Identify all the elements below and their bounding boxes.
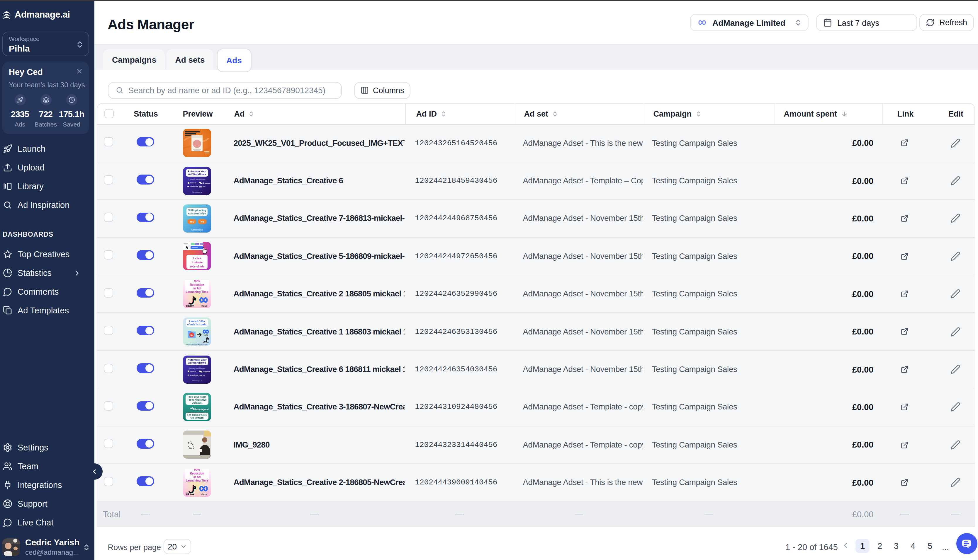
pagination-page-1[interactable]: 1 xyxy=(856,539,869,553)
row-checkbox[interactable] xyxy=(104,137,114,147)
ad-name[interactable]: AdManage_Statics_Creative 6 186811 micka… xyxy=(224,365,405,374)
row-checkbox[interactable] xyxy=(104,363,114,373)
column-header-ad[interactable]: Ad xyxy=(225,104,405,124)
ad-preview-thumbnail[interactable] xyxy=(183,129,211,157)
edit-pencil-icon[interactable] xyxy=(950,364,960,374)
external-link-icon[interactable] xyxy=(901,365,908,373)
ad-name[interactable]: AdManage_Statics_Creative 1 186803 micka… xyxy=(224,327,405,336)
status-toggle[interactable] xyxy=(137,250,154,260)
search-input[interactable]: Search by ad name or ad ID (e.g., 123456… xyxy=(108,82,342,99)
sidebar-item-ad-inspiration[interactable]: Ad Inspiration xyxy=(0,196,94,214)
chat-fab-button[interactable] xyxy=(956,533,977,554)
rows-per-page-select[interactable]: 20 xyxy=(164,539,191,554)
sidebar-item-launch[interactable]: Launch xyxy=(0,139,94,158)
account-selector[interactable]: AdManage Limited xyxy=(690,14,809,31)
sidebar-item-top-creatives[interactable]: Top Creatives xyxy=(0,245,94,263)
pagination-page-3[interactable]: 3 xyxy=(889,539,903,553)
sidebar-item-live-chat[interactable]: Live Chat xyxy=(0,513,94,532)
column-header-ad-set[interactable]: Ad set xyxy=(515,104,644,124)
external-link-icon[interactable] xyxy=(901,328,908,336)
edit-pencil-icon[interactable] xyxy=(950,213,960,223)
edit-pencil-icon[interactable] xyxy=(950,138,960,148)
external-link-icon[interactable] xyxy=(901,177,908,185)
status-toggle[interactable] xyxy=(137,401,154,411)
column-header-campaign[interactable]: Campaign xyxy=(644,104,775,124)
ad-preview-thumbnail[interactable]: 90% Reduction in Ad Launching Time TikTo… xyxy=(183,468,211,497)
column-header-preview[interactable]: Preview xyxy=(171,104,225,124)
row-checkbox[interactable] xyxy=(104,175,114,184)
ad-preview-thumbnail[interactable]: Automate Your Ad Workflows Connect and M… xyxy=(183,355,211,383)
tab-ad-sets[interactable]: Ad sets xyxy=(167,49,214,70)
ad-name[interactable]: 2025_WK25_V01_Product_Focused_IMG+TEXT_C xyxy=(224,138,405,147)
sidebar-collapse-button[interactable] xyxy=(86,463,102,480)
select-all-checkbox[interactable] xyxy=(105,109,114,118)
pagination-page-4[interactable]: 4 xyxy=(906,539,920,553)
sidebar-item-comments[interactable]: Comments xyxy=(0,282,94,301)
sidebar-item-statistics[interactable]: Statistics xyxy=(0,263,94,282)
edit-pencil-icon[interactable] xyxy=(950,176,960,186)
workspace-selector[interactable]: Workspace Pihla xyxy=(2,32,89,56)
refresh-button[interactable]: Refresh xyxy=(919,14,974,31)
sidebar-item-integrations[interactable]: Integrations xyxy=(0,476,94,494)
status-toggle[interactable] xyxy=(137,363,154,373)
ad-name[interactable]: AdManage_Statics_Creative 2 186805 micka… xyxy=(224,290,405,298)
date-range-picker[interactable]: Last 7 days xyxy=(816,14,917,31)
ad-name[interactable]: AdManage_Statics_Creative 6 xyxy=(224,176,405,185)
edit-pencil-icon[interactable] xyxy=(950,402,960,412)
status-toggle[interactable] xyxy=(137,477,154,486)
row-checkbox[interactable] xyxy=(104,288,114,298)
sidebar-item-upload[interactable]: Upload xyxy=(0,158,94,177)
status-toggle[interactable] xyxy=(137,326,154,335)
ad-name[interactable]: IMG_9280 xyxy=(224,440,405,449)
row-checkbox[interactable] xyxy=(104,439,114,448)
edit-pencil-icon[interactable] xyxy=(950,327,960,337)
ad-name[interactable]: AdManage_Statics_Creative 2-186805-NewCr… xyxy=(224,478,405,487)
edit-pencil-icon[interactable] xyxy=(950,289,960,299)
sidebar-item-settings[interactable]: Settings xyxy=(0,438,94,457)
ad-preview-thumbnail[interactable]: Still Uploading Ads Manually? Yes No Adm… xyxy=(183,205,211,233)
status-toggle[interactable] xyxy=(137,288,154,298)
ad-name[interactable]: AdManage_Statics_Creative 3-186807-NewCr… xyxy=(224,403,405,412)
external-link-icon[interactable] xyxy=(901,478,908,487)
edit-pencil-icon[interactable] xyxy=(950,440,960,450)
row-checkbox[interactable] xyxy=(104,401,114,411)
pagination-page-2[interactable]: 2 xyxy=(873,539,887,553)
status-toggle[interactable] xyxy=(137,175,154,185)
status-toggle[interactable] xyxy=(137,137,154,147)
ad-preview-thumbnail[interactable] xyxy=(183,431,211,459)
sidebar-item-ad-templates[interactable]: Ad Templates xyxy=(0,301,94,320)
pagination-page-5[interactable]: 5 xyxy=(923,539,937,553)
ad-preview-thumbnail[interactable]: 1 click 1 minute 100s of ads xyxy=(183,242,211,270)
column-header-link[interactable]: Link xyxy=(883,104,928,124)
user-menu[interactable]: Cedric Yarish ced@admanag... xyxy=(2,538,92,557)
external-link-icon[interactable] xyxy=(901,252,908,260)
external-link-icon[interactable] xyxy=(901,290,908,298)
tab-ads[interactable]: Ads xyxy=(217,48,252,72)
status-toggle[interactable] xyxy=(137,212,154,222)
ad-name[interactable]: AdManage_Statics_Creative 7-186813-micka… xyxy=(224,214,405,223)
column-header-status[interactable]: Status xyxy=(121,104,171,124)
row-checkbox[interactable] xyxy=(104,213,114,222)
external-link-icon[interactable] xyxy=(901,441,908,449)
ad-preview-thumbnail[interactable]: 90% Reduction in Ad Launching Time TikTo… xyxy=(183,280,211,308)
ad-preview-thumbnail[interactable]: Free Your Team From Repetitive Uploads. … xyxy=(183,393,211,421)
ad-preview-thumbnail[interactable]: Launch 100s of Ads in <1min. 12k Meta Ti… xyxy=(183,317,211,346)
status-toggle[interactable] xyxy=(137,439,154,448)
external-link-icon[interactable] xyxy=(901,214,908,222)
column-header-ad-id[interactable]: Ad ID xyxy=(405,104,515,124)
close-icon[interactable] xyxy=(76,67,83,75)
tab-campaigns[interactable]: Campaigns xyxy=(104,49,165,70)
edit-pencil-icon[interactable] xyxy=(950,251,960,261)
ad-name[interactable]: AdManage_Statics_Creative 5-186809-micka… xyxy=(224,252,405,261)
external-link-icon[interactable] xyxy=(901,139,908,147)
sidebar-item-library[interactable]: Library xyxy=(0,177,94,196)
sidebar-item-team[interactable]: Team xyxy=(0,457,94,476)
external-link-icon[interactable] xyxy=(901,403,908,411)
row-checkbox[interactable] xyxy=(104,477,114,486)
sidebar-item-support[interactable]: Support xyxy=(0,494,94,513)
row-checkbox[interactable] xyxy=(104,250,114,260)
ad-preview-thumbnail[interactable]: Automate Your Ad Workflows Connect and M… xyxy=(183,167,211,195)
column-header-amount-spent[interactable]: Amount spent xyxy=(775,104,883,124)
columns-button[interactable]: Columns xyxy=(354,82,411,99)
column-header-edit[interactable]: Edit xyxy=(928,104,976,124)
